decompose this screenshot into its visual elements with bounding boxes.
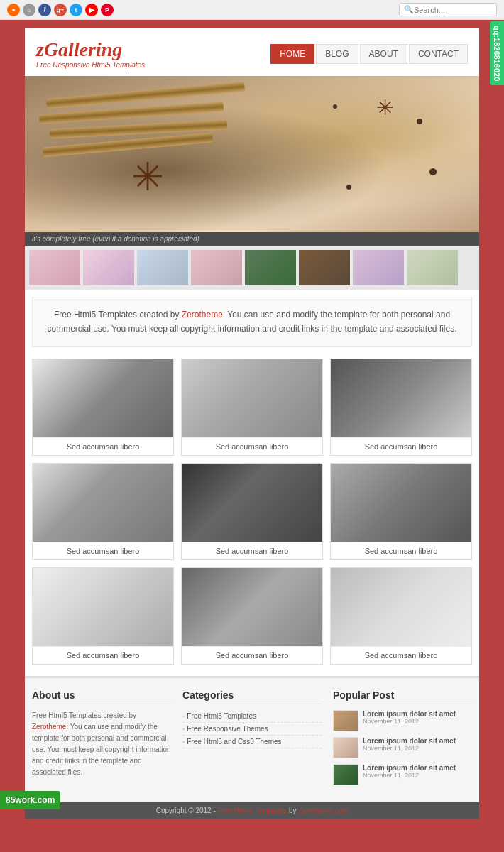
facebook-icon[interactable]: f <box>38 4 51 16</box>
gallery-thumb-5 <box>182 464 322 542</box>
site-tagline: Free Responsive Html5 Templates <box>36 61 145 69</box>
thumb-8[interactable] <box>407 250 458 285</box>
popular-date-3: November 11, 2012 <box>363 772 472 779</box>
popular-title-3: Lorem ipsum dolor sit amet <box>363 764 472 772</box>
gallery-item-9[interactable]: Sed accumsan libero <box>330 567 472 665</box>
gallery-label-1: Sed accumsan libero <box>33 437 173 455</box>
gallery-thumb-3 <box>331 359 471 437</box>
gallery-label-5: Sed accumsan libero <box>182 542 322 559</box>
info-block: Free Html5 Templates created by Zerothem… <box>32 297 472 347</box>
gallery-item-6[interactable]: Sed accumsan libero <box>330 463 472 560</box>
popular-thumb-2 <box>333 737 358 758</box>
popular-thumb-1 <box>333 710 358 731</box>
qq-badge: qq:1826816020 <box>490 21 504 85</box>
footer-by-text: by <box>289 807 298 814</box>
hero-caption: it's completely free (even if a donation… <box>25 232 479 246</box>
thumb-6[interactable] <box>299 250 350 285</box>
thumb-1[interactable] <box>29 250 80 285</box>
spice-seed-3 <box>429 168 437 175</box>
gallery-label-6: Sed accumsan libero <box>331 542 471 559</box>
popular-item-1[interactable]: Lorem ipsum dolor sit amet November 11, … <box>333 710 472 731</box>
youtube-icon[interactable]: ▶ <box>85 4 98 16</box>
footer-about-text: Free Html5 Templates created by Zerothem… <box>32 710 171 778</box>
gallery-item-7[interactable]: Sed accumsan libero <box>32 567 174 665</box>
gallery-label-9: Sed accumsan libero <box>331 646 471 664</box>
star-anise-2: ✳ <box>376 97 394 119</box>
zerotheme-footer-link[interactable]: Zerotheme.com <box>298 807 348 814</box>
gallery-grid: Sed accumsan libero Sed accumsan libero … <box>25 354 479 669</box>
popular-thumb-3 <box>333 764 358 785</box>
spice-seed-2 <box>333 104 337 109</box>
html5-templates-link[interactable]: Free Html5 Templates <box>218 807 287 814</box>
nav-blog[interactable]: BLOG <box>316 44 358 64</box>
popular-date-2: November 11, 2012 <box>363 745 472 752</box>
nav-bar: HOME BLOG ABOUT CONTACT <box>270 44 468 64</box>
gallery-label-4: Sed accumsan libero <box>33 542 173 559</box>
footer-popular-title: Popular Post <box>333 689 472 704</box>
about-text-2: . You can use and modify the template fo… <box>32 723 171 776</box>
watermark: 85work.com <box>0 791 60 809</box>
gallery-item-4[interactable]: Sed accumsan libero <box>32 463 174 560</box>
gallery-item-3[interactable]: Sed accumsan libero <box>330 359 472 456</box>
copyright-text: Copyright © 2012 - <box>156 807 218 814</box>
category-item-2[interactable]: Free Responsive Themes <box>182 723 322 736</box>
bottom-footer: Copyright © 2012 - Free Html5 Templates … <box>25 802 479 819</box>
home-icon[interactable]: ⌂ <box>23 4 35 16</box>
gallery-item-2[interactable]: Sed accumsan libero <box>181 359 323 456</box>
search-bar[interactable]: 🔍 <box>399 3 497 16</box>
about-text-1: Free Html5 Templates created by <box>32 711 136 719</box>
nav-home[interactable]: HOME <box>270 44 314 64</box>
popular-item-2[interactable]: Lorem ipsum dolor sit amet November 11, … <box>333 737 472 758</box>
thumb-3[interactable] <box>137 250 188 285</box>
category-item-1[interactable]: Free Html5 Templates <box>182 710 322 723</box>
gallery-item-8[interactable]: Sed accumsan libero <box>181 567 323 665</box>
rss-icon[interactable]: ● <box>7 4 20 16</box>
thumb-4[interactable] <box>191 250 242 285</box>
categories-list: Free Html5 Templates Free Responsive The… <box>182 710 322 748</box>
logo-area: zGallering Free Responsive Html5 Templat… <box>36 38 145 69</box>
popular-item-3[interactable]: Lorem ipsum dolor sit amet November 11, … <box>333 764 472 785</box>
footer-popular: Popular Post Lorem ipsum dolor sit amet … <box>333 689 472 791</box>
info-link: Zerotheme <box>182 310 223 320</box>
pinterest-icon[interactable]: P <box>101 4 114 16</box>
site-header: zGallering Free Responsive Html5 Templat… <box>25 28 479 76</box>
spice-seed-4 <box>346 185 351 190</box>
thumb-7[interactable] <box>353 250 404 285</box>
site-logo[interactable]: zGallering <box>36 38 145 61</box>
footer-area: About us Free Html5 Templates created by… <box>25 676 479 802</box>
googleplus-icon[interactable]: g+ <box>54 4 67 16</box>
thumb-5[interactable] <box>245 250 296 285</box>
hero-overlay: ✳ ✳ <box>25 76 479 232</box>
top-bar: ● ⌂ f g+ t ▶ P 🔍 <box>0 0 504 20</box>
popular-title-2: Lorem ipsum dolor sit amet <box>363 737 472 745</box>
gallery-item-5[interactable]: Sed accumsan libero <box>181 463 323 560</box>
twitter-icon[interactable]: t <box>70 4 82 16</box>
footer-categories-title: Categories <box>182 689 322 704</box>
zerotheme-link[interactable]: Zerotheme <box>182 310 223 320</box>
gallery-label-7: Sed accumsan libero <box>33 646 173 664</box>
star-anise-1: ✳ <box>131 158 164 197</box>
gallery-thumb-8 <box>182 568 322 646</box>
gallery-label-2: Sed accumsan libero <box>182 437 322 455</box>
qq-number: qq:1826816020 <box>493 26 501 81</box>
footer-about: About us Free Html5 Templates created by… <box>32 689 171 791</box>
main-container: zGallering Free Responsive Html5 Templat… <box>25 28 479 819</box>
nav-contact[interactable]: CONTACT <box>409 44 468 64</box>
gallery-item-1[interactable]: Sed accumsan libero <box>32 359 174 456</box>
popular-date-1: November 11, 2012 <box>363 718 472 725</box>
gallery-label-3: Sed accumsan libero <box>331 437 471 455</box>
popular-title-1: Lorem ipsum dolor sit amet <box>363 710 472 718</box>
footer-about-title: About us <box>32 689 171 704</box>
category-item-3[interactable]: Free Html5 and Css3 Themes <box>182 736 322 748</box>
nav-about[interactable]: ABOUT <box>360 44 407 64</box>
gallery-thumb-4 <box>33 464 173 542</box>
thumb-2[interactable] <box>83 250 134 285</box>
search-input[interactable] <box>414 6 492 14</box>
watermark-text: 85work.com <box>6 795 55 805</box>
gallery-thumb-1 <box>33 359 173 437</box>
spice-seed-1 <box>417 119 422 124</box>
hero-image: ✳ ✳ <box>25 76 479 232</box>
social-icons: ● ⌂ f g+ t ▶ P <box>7 4 114 16</box>
gallery-label-8: Sed accumsan libero <box>182 646 322 664</box>
about-zerotheme-link[interactable]: Zerotheme <box>32 723 66 731</box>
